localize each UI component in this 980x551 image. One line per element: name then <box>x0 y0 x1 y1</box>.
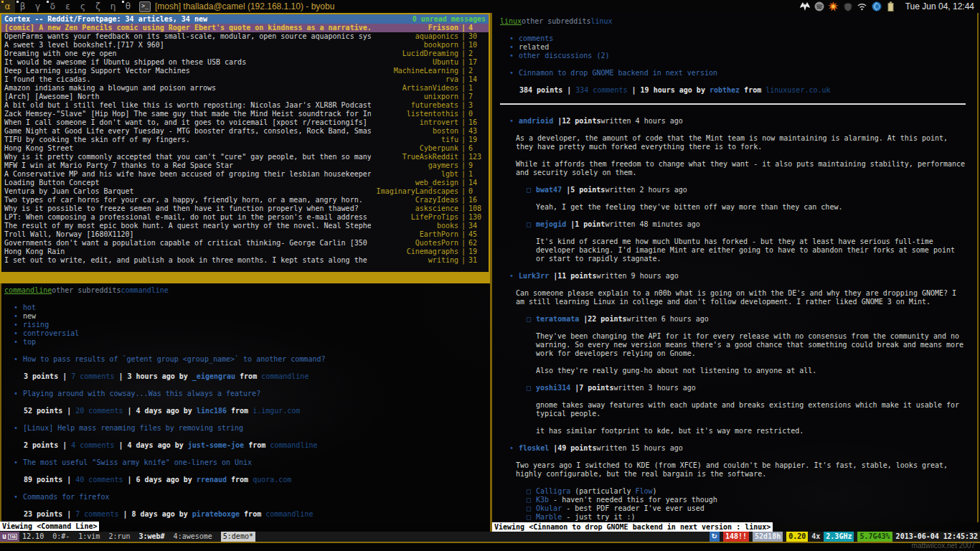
comment-header[interactable]: □mejogid |1 pointwritten 48 minutes ago <box>500 220 970 229</box>
inline-link[interactable]: Flow <box>636 487 653 495</box>
inline-link[interactable]: K3b <box>536 496 549 504</box>
article-row[interactable]: It would be awesome if Ubuntu shipped on… <box>1 58 489 67</box>
comment-author-link[interactable]: floskel <box>519 444 549 452</box>
article-row[interactable]: Hong Kong StreetCyberpunk|6 <box>1 144 489 153</box>
post-comments-link[interactable]: 4 comments <box>71 441 114 449</box>
article-row[interactable]: The result of my most epic book hunt. A … <box>1 222 489 230</box>
burst-icon[interactable] <box>828 1 839 12</box>
nav-item-comments[interactable]: •comments <box>500 34 970 43</box>
post-title-link[interactable]: The most useful "Swiss army knife" one-l… <box>23 458 252 466</box>
pane-divider-bar[interactable] <box>0 273 490 283</box>
workspace-tag-η[interactable]: η <box>105 0 121 13</box>
nav-item-controversial[interactable]: •controversial <box>4 329 487 338</box>
article-row[interactable]: OpenFarms wants your feedback on its sma… <box>1 32 489 41</box>
article-row[interactable]: I set out to write, edit, and publish a … <box>1 256 489 265</box>
shield-icon[interactable] <box>842 1 854 12</box>
nav-item-related[interactable]: •related <box>500 43 970 52</box>
article-row[interactable]: Ventura by Juan Carlos BarquetImaginaryL… <box>1 187 489 196</box>
post-comments-link[interactable]: 20 comments <box>75 407 123 415</box>
comment-header[interactable]: •floskel |49 pointswritten 15 hours ago <box>500 444 970 453</box>
article-row[interactable]: A Conservative MP and his wife have been… <box>1 170 489 179</box>
subreddit-link-2[interactable]: commandline <box>121 286 169 294</box>
post-source-link[interactable]: i.imgur.com <box>253 407 300 415</box>
post-author-link[interactable]: linc186 <box>197 407 227 415</box>
comment-author-link[interactable]: andrioid <box>519 117 553 125</box>
comment-author-link[interactable]: bwat47 <box>536 186 562 194</box>
inline-link[interactable]: Calligra <box>536 487 570 495</box>
battery-icon[interactable] <box>885 1 897 12</box>
post-author-link[interactable]: robthez <box>710 86 740 94</box>
post-title-link[interactable]: Commands for firefox <box>23 493 109 501</box>
post-author-link[interactable]: pirateboxge <box>192 510 240 518</box>
post-source-link[interactable]: commandline <box>265 510 313 518</box>
nav-item-hot[interactable]: •hot <box>4 303 487 312</box>
comment-author-link[interactable]: teratomata <box>536 315 579 323</box>
workspace-tag-α[interactable]: α <box>0 0 15 13</box>
article-row[interactable]: LPT: When composing a professional e-mai… <box>1 213 489 222</box>
article-row[interactable]: Why is it pretty commonly accepted that … <box>1 153 489 161</box>
article-row[interactable]: Why is it possible to freeze semen and t… <box>1 204 489 213</box>
post-source-link[interactable]: commandline <box>261 372 308 380</box>
post-comments-link[interactable]: 7 comments <box>71 372 114 380</box>
article-row[interactable]: Zack Hemsey-"Slave" [Hip Hop] The same g… <box>1 110 489 118</box>
wifi-icon[interactable] <box>857 1 868 12</box>
article-row[interactable]: Troll Wall, Norway [1680X1120]EarthPorn|… <box>1 230 489 239</box>
workspace-tag-β[interactable]: β <box>15 0 30 13</box>
comment-header[interactable]: □yoshi314 |7 pointswritten 3 hours ago <box>500 384 970 392</box>
post-title-link[interactable]: [Linux] Help mass renaming files by remo… <box>23 424 243 432</box>
tmux-window-2-run[interactable]: 2:run <box>108 532 130 542</box>
article-row[interactable]: Loading Button Conceptweb_design|14 <box>1 179 489 187</box>
article-row[interactable]: I found the cicadas.rva|14 <box>1 75 489 84</box>
nav-item-top[interactable]: •top <box>4 338 487 347</box>
globe-icon[interactable] <box>871 1 882 12</box>
article-row[interactable]: A bit old but i still feel like this is … <box>1 101 489 110</box>
nav-item-other-discussions-2[interactable]: •other discussions (2) <box>500 52 970 60</box>
subreddit-link[interactable]: linux <box>500 17 522 25</box>
article-row[interactable]: A sweet 3 level bookshelf.[717 X 960]boo… <box>1 41 489 50</box>
post-title-link[interactable]: Cinnamon to drop GNOME backend in next v… <box>519 69 717 77</box>
tmux-window-0[interactable]: 0:#- <box>52 532 70 542</box>
article-row[interactable]: MFW I win at Mario Party 7 thanks to a R… <box>1 161 489 170</box>
workspace-tag-δ[interactable]: δ <box>45 0 60 13</box>
comment-header[interactable]: •andrioid |12 pointswritten 4 hours ago <box>500 117 970 126</box>
workspace-tag-ζ[interactable]: ζ <box>90 0 105 13</box>
tmux-window-3-web[interactable]: 3:web# <box>138 532 164 542</box>
article-row[interactable]: Two types of car horns for your car, a h… <box>1 196 489 204</box>
subreddit-link-2[interactable]: linux <box>590 17 612 25</box>
comment-header[interactable]: □teratomata |22 pointswritten 6 hours ag… <box>500 315 970 324</box>
article-row[interactable]: Amazon indians making a blowgun and pois… <box>1 84 489 93</box>
comment-author-link[interactable]: yoshi314 <box>536 384 570 392</box>
article-row[interactable]: When I call someone I don't want to, and… <box>1 118 489 127</box>
spotify-icon[interactable] <box>814 1 825 12</box>
nav-item-new[interactable]: •new <box>4 312 487 321</box>
tmux-window-4-awesome[interactable]: 4:awesome <box>174 532 212 542</box>
article-row[interactable]: TIFU by cooking the skin off of my finge… <box>1 136 489 144</box>
post-author-link[interactable]: _eigengrau <box>192 372 235 380</box>
article-row[interactable]: Dreaming with one eye openLucidDreaming|… <box>1 50 489 58</box>
article-row[interactable]: Hong Kong RainCinemagraphs|19 <box>1 248 489 256</box>
post-source-link[interactable]: quora.com <box>253 476 291 484</box>
post-title-link[interactable]: Playing around with cowsay...Was this al… <box>23 390 260 397</box>
comment-author-link[interactable]: mejogid <box>536 220 566 228</box>
workspace-tag-θ[interactable]: θ <box>121 0 136 13</box>
tmux-window-5-demo[interactable]: 5:demo* <box>221 532 255 542</box>
workspace-tag-ε[interactable]: ε <box>60 0 75 13</box>
post-author-link[interactable]: just-some-joe <box>188 441 244 449</box>
tmux-window-1-vim[interactable]: 1:vim <box>78 532 100 542</box>
post-comments-link[interactable]: 334 comments <box>575 86 627 94</box>
comment-header[interactable]: □bwat47 |5 pointswritten 2 hours ago <box>500 186 970 194</box>
article-row[interactable]: Game Night at Good Life every Tuesday - … <box>1 127 489 136</box>
bat-icon[interactable] <box>799 1 811 12</box>
workspace-tag-γ[interactable]: γ <box>30 0 45 13</box>
post-author-link[interactable]: rrenaud <box>197 476 227 484</box>
nav-item-rising[interactable]: •rising <box>4 321 487 329</box>
post-comments-link[interactable]: 7 comments <box>75 510 118 518</box>
inline-link[interactable]: Okular <box>536 504 562 512</box>
workspace-tag-ς[interactable]: ς <box>75 0 90 13</box>
article-row[interactable]: [Arch] [Awesome] Northunixporn|7 <box>1 93 489 101</box>
article-row[interactable]: Governments don't want a population capa… <box>1 239 489 248</box>
post-source-link[interactable]: commandline <box>270 441 317 449</box>
terminal-window-icon[interactable]: >_ <box>139 1 151 12</box>
post-source-link[interactable]: linuxuser.co.uk <box>765 86 830 94</box>
post-comments-link[interactable]: 40 comments <box>75 476 123 484</box>
